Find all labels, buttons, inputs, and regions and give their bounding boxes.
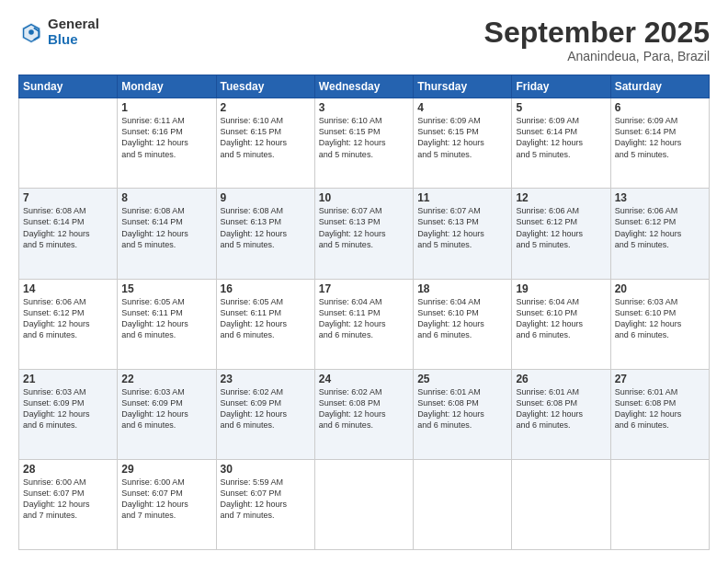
calendar-table: Sunday Monday Tuesday Wednesday Thursday… bbox=[18, 75, 710, 550]
day-info: Sunrise: 6:02 AMSunset: 6:09 PMDaylight:… bbox=[221, 386, 311, 431]
calendar-cell: 14Sunrise: 6:06 AMSunset: 6:12 PMDayligh… bbox=[19, 279, 118, 369]
day-number: 8 bbox=[121, 191, 211, 204]
header: General Blue September 2025 Ananindeua, … bbox=[18, 17, 710, 63]
calendar-cell bbox=[512, 459, 610, 549]
calendar-week-4: 28Sunrise: 6:00 AMSunset: 6:07 PMDayligh… bbox=[19, 459, 710, 549]
day-number: 1 bbox=[121, 101, 211, 114]
calendar-cell: 20Sunrise: 6:03 AMSunset: 6:10 PMDayligh… bbox=[610, 279, 709, 369]
day-info: Sunrise: 6:00 AMSunset: 6:07 PMDaylight:… bbox=[23, 477, 113, 522]
day-number: 3 bbox=[319, 101, 409, 114]
calendar-cell: 3Sunrise: 6:10 AMSunset: 6:15 PMDaylight… bbox=[314, 98, 413, 189]
calendar-cell: 22Sunrise: 6:03 AMSunset: 6:09 PMDayligh… bbox=[118, 369, 216, 459]
calendar-cell: 12Sunrise: 6:06 AMSunset: 6:12 PMDayligh… bbox=[512, 189, 610, 279]
svg-point-2 bbox=[28, 29, 34, 35]
calendar-cell: 17Sunrise: 6:04 AMSunset: 6:11 PMDayligh… bbox=[314, 279, 413, 369]
day-info: Sunrise: 6:01 AMSunset: 6:08 PMDaylight:… bbox=[417, 386, 507, 431]
calendar-cell: 19Sunrise: 6:04 AMSunset: 6:10 PMDayligh… bbox=[512, 279, 610, 369]
header-wednesday: Wednesday bbox=[314, 75, 413, 98]
day-info: Sunrise: 6:01 AMSunset: 6:08 PMDaylight:… bbox=[516, 386, 606, 431]
day-info: Sunrise: 6:08 AMSunset: 6:13 PMDaylight:… bbox=[221, 205, 311, 250]
logo-general-text: General bbox=[48, 17, 99, 32]
day-info: Sunrise: 6:01 AMSunset: 6:08 PMDaylight:… bbox=[615, 386, 705, 431]
day-info: Sunrise: 6:03 AMSunset: 6:10 PMDaylight:… bbox=[615, 296, 705, 341]
calendar-cell: 15Sunrise: 6:05 AMSunset: 6:11 PMDayligh… bbox=[118, 279, 216, 369]
day-number: 28 bbox=[23, 463, 113, 476]
day-info: Sunrise: 6:09 AMSunset: 6:14 PMDaylight:… bbox=[516, 115, 606, 160]
day-number: 17 bbox=[319, 282, 409, 295]
day-info: Sunrise: 6:07 AMSunset: 6:13 PMDaylight:… bbox=[319, 205, 409, 250]
calendar-cell: 8Sunrise: 6:08 AMSunset: 6:14 PMDaylight… bbox=[118, 189, 216, 279]
day-info: Sunrise: 6:09 AMSunset: 6:15 PMDaylight:… bbox=[417, 115, 507, 160]
day-number: 7 bbox=[23, 191, 113, 204]
header-monday: Monday bbox=[118, 75, 216, 98]
day-number: 18 bbox=[417, 282, 507, 295]
day-info: Sunrise: 6:04 AMSunset: 6:11 PMDaylight:… bbox=[319, 296, 409, 341]
day-number: 4 bbox=[417, 101, 507, 114]
day-info: Sunrise: 6:06 AMSunset: 6:12 PMDaylight:… bbox=[516, 205, 606, 250]
calendar-week-0: 1Sunrise: 6:11 AMSunset: 6:16 PMDaylight… bbox=[19, 98, 710, 189]
month-title: September 2025 bbox=[484, 17, 710, 49]
logo-text: General Blue bbox=[48, 17, 99, 47]
calendar-cell: 24Sunrise: 6:02 AMSunset: 6:08 PMDayligh… bbox=[314, 369, 413, 459]
calendar-cell: 5Sunrise: 6:09 AMSunset: 6:14 PMDaylight… bbox=[512, 98, 610, 189]
day-number: 22 bbox=[121, 373, 211, 385]
day-number: 14 bbox=[23, 282, 113, 295]
calendar-cell: 26Sunrise: 6:01 AMSunset: 6:08 PMDayligh… bbox=[512, 369, 610, 459]
day-info: Sunrise: 6:04 AMSunset: 6:10 PMDaylight:… bbox=[417, 296, 507, 341]
logo-blue-text: Blue bbox=[48, 32, 99, 48]
day-number: 11 bbox=[417, 191, 507, 204]
header-friday: Friday bbox=[512, 75, 610, 98]
day-number: 20 bbox=[615, 282, 705, 295]
day-info: Sunrise: 6:08 AMSunset: 6:14 PMDaylight:… bbox=[121, 205, 211, 250]
day-number: 27 bbox=[615, 373, 705, 385]
calendar-cell bbox=[314, 459, 413, 549]
day-number: 9 bbox=[221, 191, 311, 204]
day-number: 26 bbox=[516, 373, 606, 385]
day-number: 13 bbox=[615, 191, 705, 204]
day-info: Sunrise: 6:10 AMSunset: 6:15 PMDaylight:… bbox=[319, 115, 409, 160]
day-info: Sunrise: 6:05 AMSunset: 6:11 PMDaylight:… bbox=[221, 296, 311, 341]
header-tuesday: Tuesday bbox=[216, 75, 314, 98]
location-subtitle: Ananindeua, Para, Brazil bbox=[484, 49, 710, 63]
day-info: Sunrise: 6:00 AMSunset: 6:07 PMDaylight:… bbox=[121, 477, 211, 522]
calendar-cell bbox=[19, 98, 118, 189]
calendar-cell: 1Sunrise: 6:11 AMSunset: 6:16 PMDaylight… bbox=[118, 98, 216, 189]
header-saturday: Saturday bbox=[610, 75, 709, 98]
day-number: 12 bbox=[516, 191, 606, 204]
calendar-cell: 23Sunrise: 6:02 AMSunset: 6:09 PMDayligh… bbox=[216, 369, 314, 459]
calendar-cell: 10Sunrise: 6:07 AMSunset: 6:13 PMDayligh… bbox=[314, 189, 413, 279]
calendar-week-2: 14Sunrise: 6:06 AMSunset: 6:12 PMDayligh… bbox=[19, 279, 710, 369]
day-info: Sunrise: 6:09 AMSunset: 6:14 PMDaylight:… bbox=[615, 115, 705, 160]
calendar-cell: 21Sunrise: 6:03 AMSunset: 6:09 PMDayligh… bbox=[19, 369, 118, 459]
day-number: 19 bbox=[516, 282, 606, 295]
day-info: Sunrise: 6:06 AMSunset: 6:12 PMDaylight:… bbox=[23, 296, 113, 341]
header-thursday: Thursday bbox=[414, 75, 512, 98]
day-number: 16 bbox=[221, 282, 311, 295]
title-block: September 2025 Ananindeua, Para, Brazil bbox=[484, 17, 710, 63]
calendar-cell: 7Sunrise: 6:08 AMSunset: 6:14 PMDaylight… bbox=[19, 189, 118, 279]
day-number: 2 bbox=[221, 101, 311, 114]
day-info: Sunrise: 5:59 AMSunset: 6:07 PMDaylight:… bbox=[221, 477, 311, 522]
logo: General Blue bbox=[18, 17, 99, 47]
calendar-cell: 9Sunrise: 6:08 AMSunset: 6:13 PMDaylight… bbox=[216, 189, 314, 279]
calendar-cell: 28Sunrise: 6:00 AMSunset: 6:07 PMDayligh… bbox=[19, 459, 118, 549]
calendar-week-1: 7Sunrise: 6:08 AMSunset: 6:14 PMDaylight… bbox=[19, 189, 710, 279]
calendar-cell: 13Sunrise: 6:06 AMSunset: 6:12 PMDayligh… bbox=[610, 189, 709, 279]
day-info: Sunrise: 6:06 AMSunset: 6:12 PMDaylight:… bbox=[615, 205, 705, 250]
day-info: Sunrise: 6:02 AMSunset: 6:08 PMDaylight:… bbox=[319, 386, 409, 431]
day-number: 10 bbox=[319, 191, 409, 204]
calendar-cell: 4Sunrise: 6:09 AMSunset: 6:15 PMDaylight… bbox=[414, 98, 512, 189]
day-number: 6 bbox=[615, 101, 705, 114]
calendar-cell: 18Sunrise: 6:04 AMSunset: 6:10 PMDayligh… bbox=[414, 279, 512, 369]
calendar-cell: 29Sunrise: 6:00 AMSunset: 6:07 PMDayligh… bbox=[118, 459, 216, 549]
calendar-cell: 11Sunrise: 6:07 AMSunset: 6:13 PMDayligh… bbox=[414, 189, 512, 279]
day-number: 24 bbox=[319, 373, 409, 385]
day-number: 25 bbox=[417, 373, 507, 385]
day-info: Sunrise: 6:08 AMSunset: 6:14 PMDaylight:… bbox=[23, 205, 113, 250]
day-info: Sunrise: 6:05 AMSunset: 6:11 PMDaylight:… bbox=[121, 296, 211, 341]
calendar-cell: 6Sunrise: 6:09 AMSunset: 6:14 PMDaylight… bbox=[610, 98, 709, 189]
calendar-cell bbox=[414, 459, 512, 549]
day-info: Sunrise: 6:03 AMSunset: 6:09 PMDaylight:… bbox=[121, 386, 211, 431]
calendar-cell: 25Sunrise: 6:01 AMSunset: 6:08 PMDayligh… bbox=[414, 369, 512, 459]
calendar-cell bbox=[610, 459, 709, 549]
